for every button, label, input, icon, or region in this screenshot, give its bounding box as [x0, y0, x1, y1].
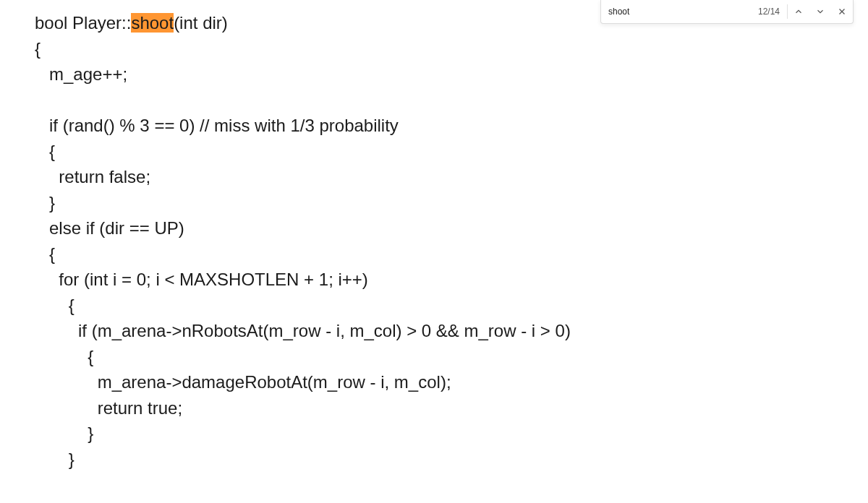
code-line: if (m_arena->nRobotsAt(m_row - i, m_col)…: [35, 321, 571, 340]
code-line: }: [35, 450, 75, 469]
code-line: {: [35, 39, 41, 59]
code-line: {: [35, 244, 55, 264]
code-line: if (rand() % 3 == 0) // miss with 1/3 pr…: [35, 116, 399, 135]
code-line: {: [35, 347, 93, 366]
code-line: {: [35, 142, 55, 161]
code-line: }: [35, 424, 93, 443]
code-line: }: [35, 501, 55, 504]
search-highlight: shoot: [131, 13, 174, 33]
code-line: m_arena->damageRobotAt(m_row - i, m_col)…: [35, 372, 451, 392]
code-line: return false;: [35, 167, 150, 186]
code-line: {: [35, 296, 75, 315]
code-line: return true;: [35, 398, 182, 418]
code-line: m_age++;: [35, 64, 127, 84]
code-line: }: [35, 193, 55, 212]
code-line: bool Player::shoot(int dir): [35, 13, 228, 33]
code-line: else if (dir == UP): [35, 218, 184, 238]
code-line: for (int i = 0; i < MAXSHOTLEN + 1; i++): [35, 270, 368, 289]
code-view[interactable]: bool Player::shoot(int dir) { m_age++; i…: [35, 10, 868, 503]
